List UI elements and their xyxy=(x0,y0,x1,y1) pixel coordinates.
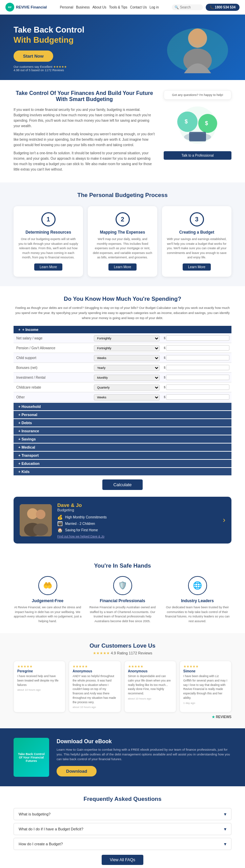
budget-calc-section: Do You Know How Much You're Spending? Fe… xyxy=(0,286,245,553)
nav-about[interactable]: About Us xyxy=(93,5,106,9)
chevron-down-icon-3: ▾ xyxy=(224,841,226,847)
amount-input-6[interactable] xyxy=(166,394,229,400)
reviews-rating-bar: ★★★★★ 4.9 Rating 1172 Reviews xyxy=(14,651,231,655)
hero-title: Take Back Control With Budgeting xyxy=(14,25,84,45)
amount-input-3[interactable] xyxy=(166,365,229,370)
insurance-section[interactable]: + Insurance xyxy=(14,427,231,435)
review3-time: about 10 hours ago xyxy=(128,697,172,700)
review-card-4: ★★★★★ Simone I have been dealing with Li… xyxy=(180,661,231,712)
amount-input-2[interactable] xyxy=(166,355,229,360)
freq-select-0[interactable]: FortnightlyWeeklyMonthlyYearly xyxy=(94,335,160,341)
safe-card2-title: Financial Professionals xyxy=(88,598,157,603)
faq-q2-text: What do I do if I have a Budget Deficit? xyxy=(19,827,83,831)
process-card-3: 3 Creating a Budget With your savings an… xyxy=(162,206,231,277)
freq-select-5[interactable]: QuarterlyMonthly xyxy=(94,384,160,391)
nav-tools[interactable]: Tools & Tips xyxy=(109,5,127,9)
testimonial-arrow[interactable]: › xyxy=(223,516,225,525)
nav-login[interactable]: Log in xyxy=(149,5,159,9)
amount-input-5[interactable] xyxy=(166,384,229,390)
nav-business[interactable]: Business xyxy=(76,5,90,9)
svg-text:$: $ xyxy=(205,120,208,126)
nav-contact[interactable]: Contact Us xyxy=(130,5,147,9)
hero-content: Take Back Control With Budgeting Start N… xyxy=(14,25,84,72)
process-learn-btn-2[interactable]: Learn More xyxy=(108,263,137,271)
income-label: + Income xyxy=(22,328,38,332)
row-amount[interactable]: $ xyxy=(162,333,231,343)
amount-input-1[interactable] xyxy=(166,345,229,351)
savings-section[interactable]: + Savings xyxy=(14,435,231,443)
review-card-3: ★★★★★ Anonymous Simon is dependable and … xyxy=(124,661,176,712)
testimonial-find-out[interactable]: Find out how we helped Dave & Jo xyxy=(57,535,218,538)
svg-point-15 xyxy=(33,524,48,536)
hero-section: Take Back Control With Budgeting Start N… xyxy=(0,15,245,80)
debts-section[interactable]: + Debts xyxy=(14,419,231,427)
amount-input-4[interactable] xyxy=(166,375,229,380)
medical-section[interactable]: + Medical xyxy=(14,443,231,451)
intro-para1: If you want to create financial security… xyxy=(14,107,155,129)
phone-button[interactable]: 📞 1800 534 534 xyxy=(206,4,240,11)
row-freq[interactable]: FortnightlyWeeklyMonthly xyxy=(92,343,162,353)
process-step3-desc: With your savings and earnings establish… xyxy=(167,237,227,260)
review4-time: 1 day ago xyxy=(183,702,228,705)
income-section-header[interactable]: + + Income xyxy=(14,326,231,333)
row-freq[interactable]: FortnightlyWeeklyMonthlyYearly xyxy=(92,333,162,343)
view-faqs-button[interactable]: View All FAQs xyxy=(102,855,143,865)
review1-stars: ★★★★★ xyxy=(17,665,62,668)
search-input[interactable] xyxy=(180,5,200,9)
svg-point-3 xyxy=(189,28,206,45)
row-label: Pension / Gov't Allowance xyxy=(14,343,92,353)
safe-card2-desc: Revive Financial is proudly Australian o… xyxy=(88,605,157,624)
review4-stars: ★★★★★ xyxy=(183,665,228,668)
calculate-button[interactable]: Calculate xyxy=(102,479,142,490)
safe-card-3: 🌐 Industry Leaders Our dedicated team ha… xyxy=(163,576,231,624)
testimonial-item-2: 👨‍👩‍👧‍👦 Married - 2 Children xyxy=(57,521,218,526)
process-learn-btn-1[interactable]: Learn More xyxy=(34,263,62,271)
freq-select-1[interactable]: FortnightlyWeeklyMonthly xyxy=(94,345,160,351)
logo-icon: RF xyxy=(5,3,14,12)
faq-item-1[interactable]: What is budgeting? ▾ xyxy=(14,808,231,820)
family-icon: 👨‍👩‍👧‍👦 xyxy=(57,521,63,526)
income-table: Net salary / wage FortnightlyWeeklyMonth… xyxy=(14,333,231,402)
faq-item-3[interactable]: How do I create a Budget? ▾ xyxy=(14,838,231,850)
rating-count: 1172 Reviews xyxy=(129,651,152,655)
education-section[interactable]: + Education xyxy=(14,460,231,467)
svg-text:$: $ xyxy=(185,119,188,124)
row-label: Net salary / wage xyxy=(14,333,92,343)
transport-section[interactable]: + Transport xyxy=(14,452,231,459)
judgement-icon: 🤲 xyxy=(38,576,57,595)
review2-text: ANDY was so helpful throughout the whole… xyxy=(73,674,117,704)
process-step3-title: Creating a Budget xyxy=(167,230,227,235)
amount-input-0[interactable] xyxy=(166,335,229,341)
table-row: Childcare rebate QuarterlyMonthly $ xyxy=(14,382,231,392)
faq-item-2[interactable]: What do I do if I have a Budget Deficit?… xyxy=(14,823,231,835)
safe-card-2: 🛡️ Financial Professionals Revive Financ… xyxy=(88,576,157,624)
search-bar[interactable]: 🔍 xyxy=(172,4,203,10)
nav-personal[interactable]: Personal xyxy=(60,5,73,9)
freq-select-2[interactable]: WeeksMonthly xyxy=(94,355,160,361)
row-label: Childcare rebate xyxy=(14,382,92,392)
row-label: Investment / Rental xyxy=(14,373,92,382)
chat-bubble: Got any questions? I'm happy to help! xyxy=(164,90,231,100)
freq-select-6[interactable]: WeeksMonthly xyxy=(94,394,160,400)
ebook-download-btn[interactable]: Download xyxy=(57,766,97,776)
personal-section[interactable]: + Personal xyxy=(14,411,231,418)
search-icon: 🔍 xyxy=(175,5,179,9)
row-label: Bonuses (net) xyxy=(14,363,92,373)
kids-section[interactable]: + Kids xyxy=(14,468,231,475)
process-learn-btn-3[interactable]: Learn More xyxy=(183,263,211,271)
process-section: The Personal Budgeting Process 1 Determi… xyxy=(0,182,245,286)
review3-stars: ★★★★★ xyxy=(128,665,172,668)
review4-text: I have been dealing with Liz Griffith fo… xyxy=(183,674,228,700)
hero-image xyxy=(164,23,231,73)
household-section[interactable]: + Household xyxy=(14,403,231,410)
review3-name: Anonymous xyxy=(128,669,172,673)
intro-section: Take Control Of Your Finances And Build … xyxy=(0,80,245,182)
talk-button[interactable]: Talk to a Professional xyxy=(164,151,231,160)
faq-title: Frequently Asked Questions xyxy=(14,796,231,803)
table-row: Investment / Rental MonthlyWeekly $ xyxy=(14,373,231,382)
freq-select-4[interactable]: MonthlyWeekly xyxy=(94,375,160,381)
freq-select-3[interactable]: YearlyMonthly xyxy=(94,365,160,371)
hero-cta[interactable]: Start Now xyxy=(14,51,53,62)
rating-score: 4.9 Rating xyxy=(111,651,128,655)
process-step2-title: Mapping The Expenses xyxy=(93,230,152,235)
